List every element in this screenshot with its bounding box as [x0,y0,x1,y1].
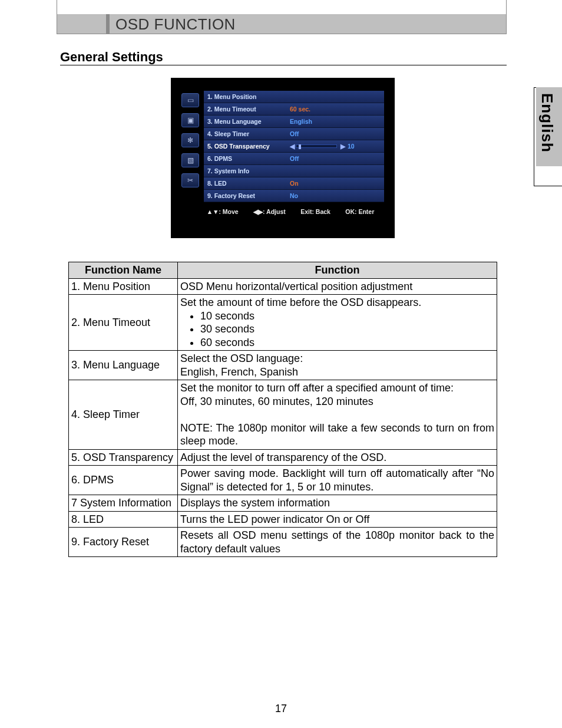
fn-name: 1. Menu Position [69,278,178,295]
osd-hint-enter: OK: Enter [345,208,374,215]
osd-menu-value: Off [290,130,299,137]
fn-desc-line: Off, 30 minutes, 60 minutes, 120 minutes [180,395,494,409]
osd-menu-value: 10 [348,143,355,150]
fn-desc: Set the amount of time before the OSD di… [178,295,497,351]
osd-menu-label: 6. DPMS [207,155,290,162]
chapter-bar-divider [106,14,110,34]
osd-icon-settings: ✻ [181,133,199,147]
osd-hint-bar: ▲▼: Move ◀▶: Adjust Exit: Back OK: Enter [171,202,395,215]
table-row: 7 System Information Displays the system… [69,495,497,512]
fn-desc-line: Set the monitor to turn off after a spec… [180,381,494,395]
osd-menu-value: 60 sec. [290,106,310,113]
fn-name: 7 System Information [69,495,178,512]
section-rule [60,65,507,65]
osd-menu-row: 9. Factory ResetNo [204,190,384,202]
fn-name: 6. DPMS [69,466,178,495]
osd-slider [296,144,337,148]
osd-menu-row: 7. System Info [204,165,384,177]
osd-menu-list: 1. Menu Position2. Menu Timeout60 sec.3.… [204,91,384,202]
osd-menu-label: 8. LED [207,180,290,187]
table-row: 8. LED Turns the LED power indicator On … [69,511,497,528]
osd-icon-display: ▭ [181,93,199,107]
fn-desc-note: NOTE: The 1080p monitor will take a few … [180,421,494,448]
fn-desc: Adjust the level of transparency of the … [178,449,497,466]
osd-menu-row: 3. Menu LanguageEnglish [204,116,384,128]
osd-menu-label: 3. Menu Language [207,118,290,125]
osd-menu-value: English [290,118,312,125]
table-row: 4. Sleep Timer Set the monitor to turn o… [69,380,497,450]
table-header-row: Function Name Function [69,262,497,279]
fn-desc: Select the OSD language: English, French… [178,351,497,380]
osd-menu-value: On [290,180,299,187]
table-row: 5. OSD Transparency Adjust the level of … [69,449,497,466]
table-row: 1. Menu Position OSD Menu horizontal/ver… [69,278,497,295]
fn-desc-line: Select the OSD language: [180,352,494,365]
fn-name: 4. Sleep Timer [69,380,178,450]
osd-screenshot: ▭ ▣ ✻ ▧ ✂ 1. Menu Position2. Menu Timeou… [171,78,395,238]
osd-menu-label: 5. OSD Transparency [207,143,290,150]
osd-icon-tools: ✂ [181,173,199,187]
osd-arrow-left-icon: ◀ [290,143,295,150]
table-row: 9. Factory Reset Resets all OSD menu set… [69,528,497,557]
fn-desc: Displays the system information [178,495,497,512]
osd-menu-value: No [290,192,298,199]
language-tab: English [538,93,556,153]
osd-menu-label: 9. Factory Reset [207,192,290,199]
osd-menu-value: Off [290,155,299,162]
fn-name: 8. LED [69,511,178,528]
fn-desc-blank [180,408,494,421]
fn-desc: Resets all OSD menu settings of the 1080… [178,528,497,557]
list-item: 30 seconds [200,322,494,336]
osd-menu-label: 2. Menu Timeout [207,106,290,113]
fn-desc: OSD Menu horizontal/vertical position ad… [178,278,497,295]
fn-desc: Set the monitor to turn off after a spec… [178,380,497,450]
fn-desc: Turns the LED power indicator On or Off [178,511,497,528]
osd-menu-label: 7. System Info [207,167,290,174]
osd-arrow-right-icon: ▶ [340,143,345,150]
osd-menu-row: 4. Sleep TimerOff [204,128,384,140]
list-item: 10 seconds [200,309,494,323]
table-row: 2. Menu Timeout Set the amount of time b… [69,295,497,351]
osd-menu-label: 4. Sleep Timer [207,130,290,137]
osd-hint-adjust: ◀▶: Adjust [253,208,286,215]
list-item: 60 seconds [200,336,494,350]
function-table: Function Name Function 1. Menu Position … [68,262,497,557]
fn-desc-list: 10 seconds 30 seconds 60 seconds [180,309,494,350]
table-row: 6. DPMS Power saving mode. Backlight wil… [69,466,497,495]
fn-desc-line: Set the amount of time before the OSD di… [180,296,494,309]
chapter-title: OSD FUNCTION [115,15,236,34]
table-row: 3. Menu Language Select the OSD language… [69,351,497,380]
osd-icon-pip: ▧ [181,153,199,167]
fn-name: 9. Factory Reset [69,528,178,557]
osd-side-icons: ▭ ▣ ✻ ▧ ✂ [181,91,204,202]
osd-menu-row: 8. LEDOn [204,177,384,190]
fn-desc-line: English, French, Spanish [180,365,494,379]
fn-name: 2. Menu Timeout [69,295,178,351]
th-function: Function [178,262,497,279]
section-heading: General Settings [60,50,163,65]
osd-menu-row: 2. Menu Timeout60 sec. [204,103,384,116]
th-function-name: Function Name [69,262,178,279]
osd-menu-row: 1. Menu Position [204,91,384,103]
osd-hint-move: ▲▼: Move [207,208,239,215]
page-number: 17 [0,703,562,715]
osd-icon-picture: ▣ [181,113,199,127]
osd-hint-back: Exit: Back [300,208,330,215]
fn-desc: Power saving mode. Backlight will turn o… [178,466,497,495]
osd-menu-row: 5. OSD Transparency◀▶10 [204,140,384,153]
fn-name: 5. OSD Transparency [69,449,178,466]
osd-menu-row: 6. DPMSOff [204,153,384,165]
fn-name: 3. Menu Language [69,351,178,380]
osd-menu-label: 1. Menu Position [207,93,290,100]
